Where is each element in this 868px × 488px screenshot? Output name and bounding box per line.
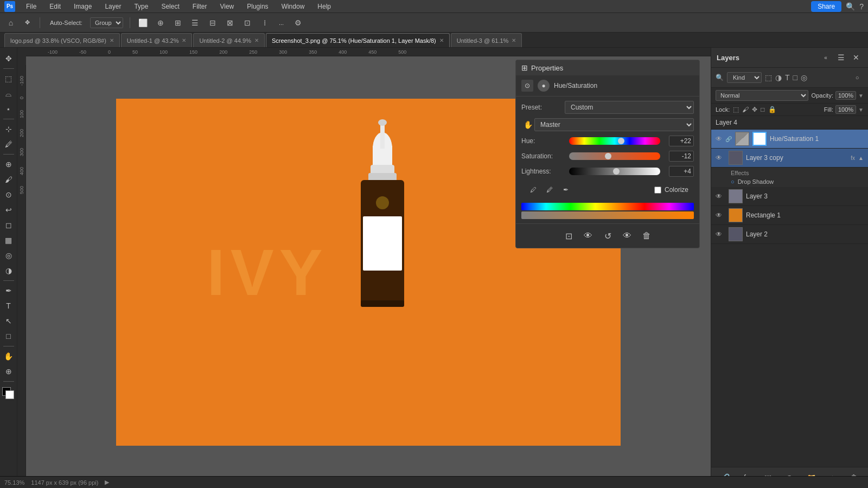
magic-wand-tool[interactable]: ⋆ <box>2 102 15 115</box>
hue-value[interactable] <box>669 136 694 146</box>
channel-select[interactable]: Master Reds Yellows Greens Cyans Blues M… <box>534 118 694 131</box>
menu-filter[interactable]: Filter <box>190 2 209 11</box>
opacity-value[interactable]: 100% <box>835 91 856 100</box>
share-button[interactable]: Share <box>811 1 841 12</box>
tab-close[interactable]: ✕ <box>182 37 186 43</box>
menu-image[interactable]: Image <box>72 2 94 11</box>
layer-eye-icon[interactable]: 👁 <box>716 211 722 219</box>
search-icon[interactable]: 🔍 <box>846 2 855 11</box>
hand-tool[interactable]: ✋ <box>2 350 15 363</box>
reset-btn[interactable]: ↺ <box>600 228 615 243</box>
layer-item[interactable]: 👁 Rectangle 1 <box>711 206 868 225</box>
delete-btn[interactable]: 🗑 <box>639 228 654 243</box>
transform-btn-3[interactable]: ⊞ <box>171 16 184 29</box>
clip-to-layer-btn[interactable]: ⊡ <box>561 228 576 243</box>
menu-type[interactable]: Type <box>132 2 150 11</box>
tab-untitled1[interactable]: Untitled-1 @ 43.2% ✕ <box>121 33 193 47</box>
colorize-checkbox[interactable] <box>654 187 661 194</box>
gradient-tool[interactable]: ▦ <box>2 234 15 247</box>
lightness-value[interactable] <box>669 166 694 177</box>
filter-toggle-btn[interactable]: ○ <box>851 71 864 84</box>
layer-item[interactable]: 👁 Layer 2 <box>711 225 868 244</box>
background-color[interactable] <box>5 390 14 399</box>
menu-view[interactable]: View <box>218 2 236 11</box>
tab-close[interactable]: ✕ <box>254 37 259 43</box>
color-picker[interactable] <box>2 387 15 400</box>
preset-select[interactable]: Custom Default <box>565 101 694 114</box>
marquee-tool[interactable]: ⬚ <box>2 72 15 85</box>
brush-tool[interactable]: 🖌 <box>2 173 15 186</box>
sample-btn-3[interactable]: ✒ <box>559 183 572 196</box>
lasso-tool[interactable]: ⌓ <box>2 87 15 100</box>
zoom-tool[interactable]: ⊕ <box>2 365 15 378</box>
move-tool-btn[interactable]: ✥ <box>22 18 33 27</box>
filter-text-icon[interactable]: T <box>785 73 790 82</box>
eraser-tool[interactable]: ◻ <box>2 219 15 232</box>
pen-tool[interactable]: ✒ <box>2 284 15 297</box>
healing-tool[interactable]: ⊕ <box>2 158 15 171</box>
tab-close[interactable]: ✕ <box>110 37 114 43</box>
tab-logo[interactable]: logo.psd @ 33.8% (VSCO, RGB/8#) ✕ <box>4 33 120 47</box>
sample-btn-1[interactable]: 🖊 <box>527 183 540 196</box>
sample-btn-2[interactable]: 🖉 <box>543 183 556 196</box>
menu-layer[interactable]: Layer <box>103 2 123 11</box>
transform-btn-2[interactable]: ⊕ <box>154 16 167 29</box>
more-options[interactable]: ... <box>276 18 287 27</box>
filter-shape-icon[interactable]: □ <box>793 73 797 82</box>
menu-edit[interactable]: Edit <box>47 2 63 11</box>
menu-file[interactable]: File <box>24 2 39 11</box>
tab-untitled2[interactable]: Untitled-2 @ 44.9% ✕ <box>193 33 265 47</box>
toggle-visibility-btn[interactable]: 👁 <box>580 228 596 243</box>
history-brush[interactable]: ↩ <box>2 203 15 216</box>
layer-expand-icon[interactable]: ▲ <box>858 155 864 161</box>
layer-item[interactable]: 👁 Layer 3 <box>711 187 868 206</box>
filter-adjust-icon[interactable]: ◑ <box>775 73 782 82</box>
saturation-value[interactable] <box>669 151 694 162</box>
path-select-tool[interactable]: ↖ <box>2 314 15 328</box>
layer-eye-icon[interactable]: 👁 <box>716 230 722 238</box>
shape-tool[interactable]: □ <box>2 330 15 343</box>
opacity-expand-icon[interactable]: ▼ <box>858 93 864 99</box>
canvas-area[interactable]: IVY <box>26 56 711 488</box>
filter-pixel-icon[interactable]: ⬚ <box>765 73 772 82</box>
lock-artboard-icon[interactable]: □ <box>761 106 764 113</box>
layer-item[interactable]: 👁 Layer 3 copy fx ▲ <box>711 149 868 168</box>
layer-eye-icon[interactable]: 👁 <box>716 192 722 200</box>
hue-slider-track[interactable] <box>569 137 660 145</box>
transform-btn-4[interactable]: ☰ <box>189 16 202 29</box>
layer-eye-icon[interactable]: 👁 <box>716 135 722 143</box>
drop-shadow-item[interactable]: ○ Drop Shadow <box>731 177 864 186</box>
eyedropper-tool[interactable]: 🖉 <box>2 138 15 151</box>
lock-all-icon[interactable]: 🔒 <box>768 106 776 113</box>
menu-help[interactable]: Help <box>315 2 333 11</box>
lightness-slider-thumb[interactable] <box>613 168 620 175</box>
menu-plugins[interactable]: Plugins <box>245 2 270 11</box>
lock-move-icon[interactable]: ✥ <box>752 106 757 113</box>
tab-screenshot3[interactable]: Screenshot_3.png @ 75.1% (Hue/Saturation… <box>266 33 450 47</box>
layer-eye-icon[interactable]: 👁 <box>716 154 722 162</box>
blur-tool[interactable]: ◎ <box>2 249 15 262</box>
menu-window[interactable]: Window <box>279 2 307 11</box>
distribute-btn[interactable]: ⁞ <box>258 16 271 29</box>
align-center[interactable]: ⊠ <box>224 16 237 29</box>
fill-value[interactable]: 100% <box>835 105 856 114</box>
home-button[interactable]: ⌂ <box>4 16 17 29</box>
blend-mode-select[interactable]: Normal Multiply Screen Overlay <box>716 90 808 101</box>
type-tool[interactable]: T <box>2 299 15 312</box>
autoselect-select[interactable]: Group Layer <box>90 17 123 28</box>
toggle-btn[interactable]: 👁 <box>620 228 635 243</box>
move-tool[interactable]: ✥ <box>2 52 15 65</box>
lock-paint-icon[interactable]: 🖌 <box>742 106 749 113</box>
layers-menu-btn[interactable]: ☰ <box>834 51 847 64</box>
close-layers-btn[interactable]: ✕ <box>850 51 863 64</box>
align-right[interactable]: ⊡ <box>241 16 254 29</box>
collapse-layers-btn[interactable]: « <box>819 51 832 64</box>
tab-close[interactable]: ✕ <box>512 37 516 43</box>
dodge-tool[interactable]: ◑ <box>2 264 15 277</box>
tab-untitled3[interactable]: Untitled-3 @ 61.1% ✕ <box>451 33 522 47</box>
lightness-slider-track[interactable] <box>569 168 660 175</box>
saturation-slider-track[interactable] <box>569 152 660 160</box>
lock-pixels-icon[interactable]: ⬚ <box>733 106 739 113</box>
saturation-slider-thumb[interactable] <box>605 153 611 159</box>
settings-icon[interactable]: ⚙ <box>291 16 304 29</box>
